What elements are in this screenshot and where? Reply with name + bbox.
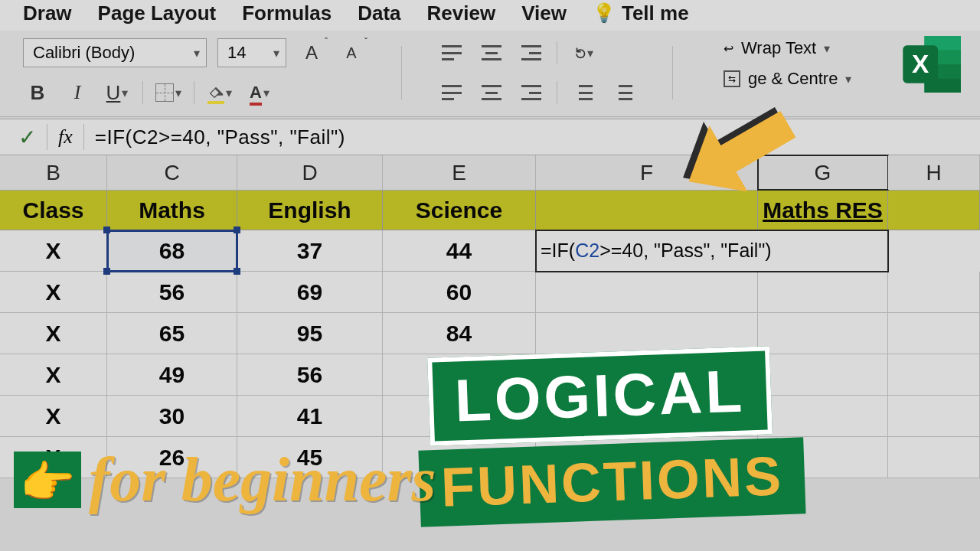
overlay-beginners: 👉 for beginners	[14, 444, 436, 516]
cell[interactable]: 69	[237, 272, 383, 313]
borders-button[interactable]: ▾	[154, 78, 183, 107]
formula-ref: C2	[575, 240, 599, 262]
tab-view[interactable]: View	[521, 2, 567, 25]
chevron-down-icon: ▾	[226, 86, 232, 100]
font-color-button[interactable]: A ▾	[245, 78, 274, 107]
cell[interactable]: 44	[383, 230, 536, 272]
font-size-select[interactable]: 14 ▾	[217, 38, 286, 67]
wrap-text-button[interactable]: ↩ Wrap Text ▾	[724, 38, 851, 58]
group-separator	[401, 46, 402, 99]
overlay-functions: FUNCTIONS	[418, 437, 805, 527]
cell[interactable]	[536, 272, 758, 313]
font-name-select[interactable]: Calibri (Body) ▾	[23, 38, 207, 67]
cell[interactable]	[758, 354, 888, 396]
col-header-d[interactable]: D	[237, 155, 383, 190]
italic-button[interactable]: I	[63, 78, 92, 107]
chevron-down-icon: ▾	[175, 86, 181, 100]
chevron-down-icon: ▾	[273, 46, 279, 60]
align-bottom-button[interactable]	[517, 38, 546, 67]
underline-button[interactable]: U ▾	[103, 78, 132, 107]
table-header-row: Class Maths English Science Maths RES	[0, 191, 980, 230]
col-header-e[interactable]: E	[383, 155, 536, 190]
font-color-letter: A	[250, 83, 262, 102]
fill-color-button[interactable]: ▾	[205, 78, 234, 107]
col-header-h[interactable]: H	[888, 155, 980, 190]
tab-data[interactable]: Data	[358, 2, 400, 25]
align-left-button[interactable]	[437, 78, 466, 107]
align-bottom-icon	[521, 45, 541, 60]
cell[interactable]: X	[0, 272, 107, 313]
cell[interactable]: 30	[107, 396, 237, 437]
formula-suffix: >=40, "Pass", "Fail")	[599, 240, 771, 262]
cell[interactable]: 37	[237, 230, 383, 272]
chevron-down-icon: ▾	[194, 46, 200, 60]
font-group: Calibri (Body) ▾ 14 ▾ Aˆ Aˇ B I U ▾	[23, 38, 366, 107]
underline-letter: U	[106, 81, 121, 105]
cell[interactable]	[888, 272, 980, 313]
fx-label[interactable]: fx	[47, 126, 83, 148]
cell[interactable]	[888, 354, 980, 396]
cell[interactable]	[888, 437, 980, 478]
cell[interactable]: 56	[237, 354, 383, 396]
cell[interactable]	[888, 396, 980, 437]
header-blank-h[interactable]	[888, 191, 980, 230]
align-right-icon	[521, 85, 541, 100]
cell[interactable]: 65	[107, 313, 237, 354]
cell[interactable]: 84	[383, 313, 536, 354]
bold-button[interactable]: B	[23, 78, 52, 107]
confirm-icon[interactable]: ✓	[8, 125, 47, 150]
header-english[interactable]: English	[237, 191, 383, 230]
cell[interactable]: 56	[107, 272, 237, 313]
cell[interactable]: 60	[383, 272, 536, 313]
tab-formulas[interactable]: Formulas	[242, 2, 332, 25]
align-top-button[interactable]	[437, 38, 466, 67]
cell-editing[interactable]: =IF(C2>=40, "Pass", "Fail")	[536, 230, 888, 272]
tab-page-layout[interactable]: Page Layout	[98, 2, 217, 25]
shrink-font-letter: A	[346, 44, 356, 62]
arrow-icon	[658, 61, 835, 239]
borders-icon	[155, 83, 174, 102]
shrink-font-button[interactable]: Aˇ	[337, 38, 366, 67]
align-middle-button[interactable]	[477, 38, 506, 67]
orientation-button[interactable]: ⟲ ▾	[568, 38, 597, 67]
cell[interactable]: X	[0, 313, 107, 354]
overlay-logical: LOGICAL	[427, 346, 773, 446]
cell-selected[interactable]: 68	[107, 230, 237, 272]
increase-indent-button[interactable]	[608, 78, 637, 107]
paint-bucket-icon	[207, 84, 224, 101]
tab-review[interactable]: Review	[427, 2, 496, 25]
cell[interactable]: 95	[237, 313, 383, 354]
align-center-button[interactable]	[477, 78, 506, 107]
chevron-down-icon: ▾	[263, 86, 270, 100]
font-color-icon: A	[250, 83, 262, 103]
header-class[interactable]: Class	[0, 191, 107, 230]
cell[interactable]: X	[0, 230, 107, 272]
cell[interactable]	[888, 313, 980, 354]
table-row: X 56 69 60	[0, 272, 980, 313]
col-header-b[interactable]: B	[0, 155, 107, 190]
header-maths[interactable]: Maths	[107, 191, 237, 230]
tab-draw[interactable]: Draw	[23, 2, 72, 25]
decrease-indent-button[interactable]	[568, 78, 597, 107]
cell[interactable]: 41	[237, 396, 383, 437]
cell[interactable]	[758, 396, 888, 437]
cell[interactable]: 49	[107, 354, 237, 396]
grow-font-button[interactable]: Aˆ	[297, 38, 326, 67]
bulb-icon: 💡	[593, 2, 616, 24]
cell[interactable]	[758, 272, 888, 313]
ribbon-tabs: Draw Page Layout Formulas Data Review Vi…	[0, 0, 980, 31]
beginners-text: for beginners	[89, 444, 436, 516]
cell[interactable]	[758, 313, 888, 354]
excel-logo-icon: X	[899, 31, 966, 98]
cell[interactable]: X	[0, 354, 107, 396]
increase-indent-icon	[612, 85, 632, 100]
tell-me[interactable]: 💡 Tell me	[593, 2, 689, 25]
header-science[interactable]: Science	[383, 191, 536, 230]
align-right-button[interactable]	[517, 78, 546, 107]
up-caret-icon: ˆ	[325, 37, 328, 47]
pointing-hand-icon: 👉	[20, 457, 75, 507]
col-header-c[interactable]: C	[107, 155, 237, 190]
cell[interactable]: X	[0, 396, 107, 437]
formula-input[interactable]: =IF(C2>=40, "Pass", "Fail")	[84, 126, 345, 149]
align-top-icon	[442, 45, 462, 60]
